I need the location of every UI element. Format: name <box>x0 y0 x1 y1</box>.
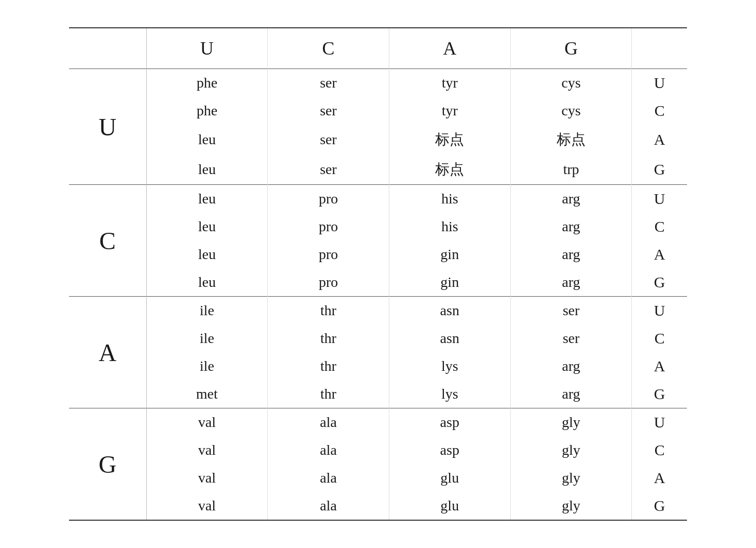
cell-G-1-c: ala <box>268 436 389 464</box>
data-row: metthrlysargG <box>69 380 687 408</box>
cell-U-1-u: phe <box>146 97 268 125</box>
right-label-G-2: A <box>632 464 687 492</box>
data-row: leuproginargA <box>69 241 687 268</box>
data-row: phesertyrcysC <box>69 97 687 125</box>
row-label-a: A <box>69 297 146 408</box>
header-col-g: G <box>510 28 632 69</box>
header-col-a: A <box>389 28 510 69</box>
cell-U-1-g: cys <box>510 97 632 125</box>
data-row: ilethrlysargA <box>69 352 687 380</box>
right-label-G-0: U <box>632 408 687 437</box>
cell-C-1-u: leu <box>146 213 268 241</box>
cell-U-2-c: ser <box>268 125 389 155</box>
right-label-C-1: C <box>632 213 687 241</box>
cell-G-2-c: ala <box>268 464 389 492</box>
cell-A-2-g: arg <box>510 352 632 380</box>
cell-G-3-u: val <box>146 492 268 520</box>
cell-A-0-u: ile <box>146 297 268 325</box>
cell-C-1-a: his <box>389 213 510 241</box>
cell-G-2-u: val <box>146 464 268 492</box>
cell-C-0-c: pro <box>268 185 389 213</box>
right-label-U-3: G <box>632 155 687 185</box>
cell-C-1-c: pro <box>268 213 389 241</box>
cell-C-0-u: leu <box>146 185 268 213</box>
cell-A-1-c: thr <box>268 324 389 352</box>
data-row: ilethrasnserC <box>69 324 687 352</box>
row-label-c: C <box>69 185 146 297</box>
cell-C-0-a: his <box>389 185 510 213</box>
data-row: leuser标点trpG <box>69 155 687 185</box>
cell-C-3-a: gin <box>389 268 510 297</box>
cell-G-0-a: asp <box>389 408 510 437</box>
right-label-U-2: A <box>632 125 687 155</box>
header-row: U C A G <box>69 28 687 69</box>
cell-G-3-g: gly <box>510 492 632 520</box>
data-row: GvalalaaspglyU <box>69 408 687 437</box>
right-label-A-2: A <box>632 352 687 380</box>
cell-U-2-u: leu <box>146 125 268 155</box>
cell-U-0-g: cys <box>510 69 632 97</box>
header-empty-left <box>69 28 146 69</box>
cell-U-0-u: phe <box>146 69 268 97</box>
cell-C-2-u: leu <box>146 241 268 268</box>
cell-G-0-c: ala <box>268 408 389 437</box>
data-row: valalagluglyA <box>69 464 687 492</box>
row-label-u: U <box>69 69 146 185</box>
cell-G-2-g: gly <box>510 464 632 492</box>
data-row: CleuprohisargU <box>69 185 687 213</box>
cell-A-3-a: lys <box>389 380 510 408</box>
header-col-c: C <box>268 28 389 69</box>
cell-A-1-g: ser <box>510 324 632 352</box>
cell-U-3-a: 标点 <box>389 155 510 185</box>
cell-G-3-a: glu <box>389 492 510 520</box>
right-label-U-0: U <box>632 69 687 97</box>
codon-table: U C A G UphesertyrcysUphesertyrcysCleuse… <box>69 27 687 521</box>
header-empty-right <box>632 28 687 69</box>
cell-U-1-c: ser <box>268 97 389 125</box>
data-row: valalagluglyG <box>69 492 687 520</box>
cell-G-1-a: asp <box>389 436 510 464</box>
cell-A-3-c: thr <box>268 380 389 408</box>
right-label-G-1: C <box>632 436 687 464</box>
cell-C-0-g: arg <box>510 185 632 213</box>
data-row: valalaaspglyC <box>69 436 687 464</box>
cell-U-0-a: tyr <box>389 69 510 97</box>
row-label-g: G <box>69 408 146 521</box>
cell-G-2-a: glu <box>389 464 510 492</box>
cell-A-0-g: ser <box>510 297 632 325</box>
data-row: AilethrasnserU <box>69 297 687 325</box>
codon-table-wrapper: U C A G UphesertyrcysUphesertyrcysCleuse… <box>69 27 687 521</box>
cell-C-2-g: arg <box>510 241 632 268</box>
cell-U-1-a: tyr <box>389 97 510 125</box>
right-label-A-1: C <box>632 324 687 352</box>
cell-G-1-u: val <box>146 436 268 464</box>
right-label-C-2: A <box>632 241 687 268</box>
cell-A-1-u: ile <box>146 324 268 352</box>
cell-A-0-c: thr <box>268 297 389 325</box>
cell-A-2-a: lys <box>389 352 510 380</box>
cell-G-1-g: gly <box>510 436 632 464</box>
cell-A-1-a: asn <box>389 324 510 352</box>
cell-U-3-u: leu <box>146 155 268 185</box>
cell-U-0-c: ser <box>268 69 389 97</box>
cell-A-3-u: met <box>146 380 268 408</box>
cell-G-3-c: ala <box>268 492 389 520</box>
cell-G-0-g: gly <box>510 408 632 437</box>
right-label-A-0: U <box>632 297 687 325</box>
header-col-u: U <box>146 28 268 69</box>
right-label-C-0: U <box>632 185 687 213</box>
data-row: leuser标点标点A <box>69 125 687 155</box>
cell-C-3-g: arg <box>510 268 632 297</box>
cell-U-2-g: 标点 <box>510 125 632 155</box>
cell-G-0-u: val <box>146 408 268 437</box>
right-label-U-1: C <box>632 97 687 125</box>
cell-U-2-a: 标点 <box>389 125 510 155</box>
data-row: UphesertyrcysU <box>69 69 687 97</box>
cell-A-0-a: asn <box>389 297 510 325</box>
cell-A-2-c: thr <box>268 352 389 380</box>
cell-A-3-g: arg <box>510 380 632 408</box>
right-label-C-3: G <box>632 268 687 297</box>
right-label-A-3: G <box>632 380 687 408</box>
cell-C-1-g: arg <box>510 213 632 241</box>
cell-C-2-a: gin <box>389 241 510 268</box>
